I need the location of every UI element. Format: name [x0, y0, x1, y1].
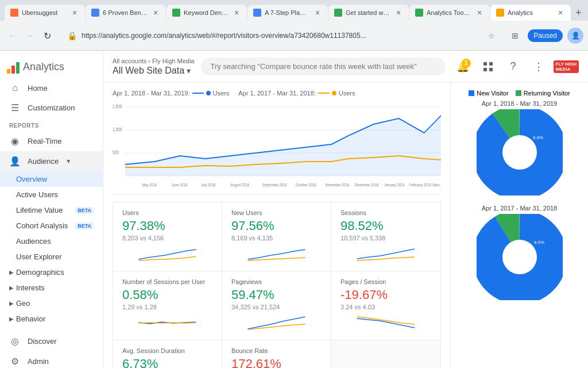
- tab-label: Analytics Tools & Solu...: [427, 9, 471, 16]
- reload-button[interactable]: ↻: [39, 28, 55, 44]
- chart-area: Apr 1, 2018 - Mar 31, 2019: Users Apr 1,…: [113, 83, 441, 195]
- tab-close[interactable]: ×: [151, 8, 160, 17]
- search-input[interactable]: [201, 57, 445, 75]
- sidebar-item-interests[interactable]: ▶ Interests: [0, 280, 103, 296]
- svg-rect-3: [489, 68, 493, 71]
- sidebar-item-admin[interactable]: ⚙ Admin: [0, 351, 103, 368]
- metrics-grid: Users 97.38% 8,203 vs 4,156 New Users 97…: [113, 202, 441, 368]
- returning-visitor-dot: [516, 90, 521, 96]
- admin-icon: ⚙: [9, 356, 21, 367]
- svg-text:June 2018: June 2018: [172, 182, 187, 187]
- sidebar-sub-overview[interactable]: Overview: [0, 171, 103, 187]
- paused-button[interactable]: Paused: [528, 29, 563, 42]
- more-button[interactable]: ⋮: [528, 56, 549, 77]
- legend-dot-blue: [206, 91, 211, 95]
- logo-bar-2: [11, 66, 15, 74]
- sparkline-svg: [231, 245, 322, 262]
- main-area: All accounts › Fly High Media All Web Si…: [103, 51, 588, 368]
- url-text: https://analytics.google.com/analytics/w…: [82, 32, 483, 40]
- tab-favicon: [91, 9, 99, 17]
- forward-button[interactable]: →: [22, 28, 38, 44]
- line-chart-svg: 1,500 1,000 500: [113, 101, 441, 187]
- realtime-icon: ◉: [9, 136, 21, 147]
- pie-title-2018: Apr 1, 2017 - Mar 31, 2018: [458, 205, 581, 212]
- fly-high-logo[interactable]: FLY HIGHMEDIA: [554, 60, 579, 73]
- metric-sub: 8,203 vs 4,156: [122, 235, 212, 241]
- logo-bar-3: [16, 62, 20, 74]
- notifications-button[interactable]: 🔔 1: [452, 56, 473, 77]
- tab-tools[interactable]: Analytics Tools & Solu... ×: [409, 5, 490, 21]
- sparkline-svg: [341, 245, 431, 262]
- legend-line-orange: [318, 93, 330, 94]
- sidebar-sub-lifetime-value[interactable]: Lifetime Value BETA: [0, 202, 103, 218]
- tab-analytics[interactable]: Analytics ×: [490, 5, 571, 21]
- svg-text:Marc...: Marc...: [432, 182, 441, 187]
- svg-text:November 2018: November 2018: [325, 182, 349, 187]
- tab-label: Analytics: [508, 9, 552, 16]
- toolbar-icons: ⊞ Paused 👤: [507, 28, 583, 44]
- help-button[interactable]: ?: [503, 56, 524, 77]
- tab-close[interactable]: ×: [232, 8, 241, 17]
- tab-keyword[interactable]: Keyword Density Che... ×: [167, 5, 247, 21]
- tab-ubersuggest[interactable]: Ubersuggest ×: [5, 5, 85, 21]
- pie-chart-2019: 90.4% 9.6%: [477, 109, 563, 195]
- sidebar-sub-cohort[interactable]: Cohort Analysis BETA: [0, 218, 103, 233]
- metric-value: 97.56%: [231, 218, 322, 233]
- sparkline-svg: [122, 314, 212, 331]
- sidebar-item-discover[interactable]: ◎ Discover: [0, 331, 103, 351]
- reports-section-label: REPORTS: [0, 118, 103, 131]
- tab-close[interactable]: ×: [475, 8, 484, 17]
- svg-text:December 2018: December 2018: [355, 182, 379, 187]
- legend-line-blue: [192, 93, 204, 94]
- center-content: Apr 1, 2018 - Mar 31, 2019: Users Apr 1,…: [103, 83, 450, 368]
- tab-close[interactable]: ×: [70, 8, 79, 17]
- metric-value: 6.73%: [122, 356, 212, 368]
- metric-value: 97.38%: [122, 218, 212, 233]
- svg-text:90.4%: 90.4%: [516, 150, 531, 155]
- legend-item-2018: Apr 1, 2017 - Mar 31, 2018: Users: [238, 90, 355, 97]
- tab-7step[interactable]: A 7-Step Plan to Lose... ×: [247, 5, 328, 21]
- url-bar[interactable]: 🔒 https://analytics.google.com/analytics…: [60, 26, 502, 45]
- sidebar-item-demographics[interactable]: ▶ Demographics: [0, 264, 103, 280]
- address-bar: ← → ↻ 🔒 https://analytics.google.com/ana…: [0, 21, 588, 51]
- svg-text:August 2018: August 2018: [230, 182, 249, 187]
- sidebar-item-audience[interactable]: 👤 Audience ▼: [0, 151, 103, 171]
- svg-text:January 2019: January 2019: [384, 182, 405, 187]
- account-info: All accounts › Fly High Media All Web Si…: [113, 57, 194, 76]
- sidebar-item-customization[interactable]: ☰ Customization: [0, 98, 103, 118]
- tab-close[interactable]: ×: [313, 8, 322, 17]
- property-dropdown-icon[interactable]: ▾: [187, 66, 191, 75]
- property-selector[interactable]: All Web Site Data ▾: [113, 66, 194, 76]
- sidebar-sub-active-users[interactable]: Active Users: [0, 187, 103, 202]
- lock-icon: 🔒: [67, 31, 77, 40]
- app-header: All accounts › Fly High Media All Web Si…: [103, 51, 588, 83]
- sidebar-item-home[interactable]: ⌂ Home: [0, 78, 103, 98]
- tab-close[interactable]: ×: [556, 8, 565, 17]
- sidebar-item-label: Audience: [28, 157, 59, 166]
- sidebar-item-behavior[interactable]: ▶ Behavior: [0, 311, 103, 327]
- metric-card-pages-per-session: Pages / Session -19.67% 3.24 vs 4.03: [331, 271, 440, 340]
- apps-button[interactable]: [478, 56, 498, 77]
- tab-getstarted[interactable]: Get started with Analy... ×: [328, 5, 409, 21]
- back-button[interactable]: ←: [5, 28, 21, 44]
- tab-close[interactable]: ×: [394, 8, 403, 17]
- extensions-button[interactable]: ⊞: [507, 28, 523, 44]
- new-tab-button[interactable]: +: [574, 5, 583, 21]
- tab-6proven[interactable]: 6 Proven Benefits of ... ×: [86, 5, 166, 21]
- sidebar-sub-user-explorer[interactable]: User Explorer: [0, 249, 103, 264]
- chevron-right-icon: ▶: [9, 316, 14, 322]
- metric-sub: 10,597 vs 5,338: [341, 235, 431, 241]
- legend-new-visitor: New Visitor: [469, 90, 508, 97]
- sidebar-item-geo[interactable]: ▶ Geo: [0, 296, 103, 311]
- metric-card-new-users: New Users 97.56% 8,169 vs 4,135: [222, 202, 331, 271]
- bookmark-icon[interactable]: ☆: [488, 32, 495, 40]
- logo-bar-1: [7, 69, 10, 74]
- profile-button[interactable]: 👤: [567, 28, 583, 44]
- audience-icon: 👤: [9, 156, 21, 167]
- tab-bar: Ubersuggest × 6 Proven Benefits of ... ×…: [0, 0, 588, 21]
- sidebar-item-realtime[interactable]: ◉ Real-Time: [0, 131, 103, 151]
- metric-value: 98.52%: [341, 218, 431, 233]
- metric-sub: 1.29 vs 1.28: [122, 304, 212, 310]
- sparkline-svg: [231, 314, 322, 331]
- sidebar-sub-audiences[interactable]: Audiences: [0, 233, 103, 249]
